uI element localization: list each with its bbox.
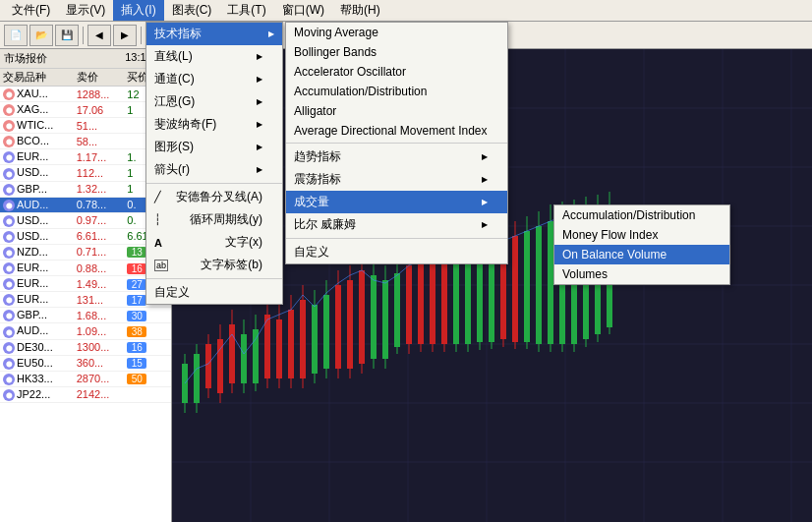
menu-andrew[interactable]: ╱ 安德鲁分叉线(A) xyxy=(146,186,282,208)
ind-volume[interactable]: 成交量 ▶ xyxy=(286,191,507,213)
market-row[interactable]: ⬤JP22...2142... xyxy=(0,386,171,402)
menu-sep2 xyxy=(146,278,282,279)
menu-channel[interactable]: 通道(C) ▶ xyxy=(146,68,282,90)
ind-adx-label: Average Directional Movement Index xyxy=(294,124,488,138)
menu-file[interactable]: 文件(F) xyxy=(4,0,58,21)
menu-line-label: 直线(L) xyxy=(154,48,193,65)
ind-bollinger[interactable]: Bollinger Bands xyxy=(286,42,507,62)
ind-adx[interactable]: Average Directional Movement Index xyxy=(286,121,507,141)
ask-cell: 50 xyxy=(124,371,171,386)
menu-title-bar[interactable]: 技术指标 ▶ xyxy=(146,23,282,45)
symbol-icon: ⬤ xyxy=(3,374,15,385)
ind-custom[interactable]: 自定义 xyxy=(286,241,507,263)
ind-accum-dist[interactable]: Accumulation/Distribution xyxy=(286,82,507,101)
toolbar-back[interactable]: ◀ xyxy=(87,25,111,46)
toolbar-save[interactable]: 💾 xyxy=(55,25,79,46)
menu-cycle[interactable]: ┆ 循环周期线(y) xyxy=(146,208,282,231)
ind-alligator[interactable]: Alligator xyxy=(286,101,507,121)
market-row[interactable]: ⬤AUD...1.09...38 xyxy=(0,323,171,339)
bid-cell: 0.97... xyxy=(74,212,125,228)
market-row[interactable]: ⬤EU50...360...15 xyxy=(0,355,171,371)
col-symbol: 交易品种 xyxy=(0,69,74,87)
ask-cell: 30 xyxy=(124,308,171,323)
symbol-cell: ⬤GBP... xyxy=(0,181,74,197)
bid-cell: 2142... xyxy=(74,386,125,402)
market-row[interactable]: ⬤GBP...1.68...30 xyxy=(0,308,171,323)
menu-text[interactable]: A 文字(x) xyxy=(146,231,282,254)
menu-chart[interactable]: 图表(C) xyxy=(164,0,220,21)
toolbar-fwd[interactable]: ▶ xyxy=(113,25,137,46)
status-badge: 13 xyxy=(127,247,146,258)
symbol-cell: ⬤EUR... xyxy=(0,292,74,308)
bid-cell: 2870... xyxy=(74,371,125,386)
ind-accum-dist-label: Accumulation/Distribution xyxy=(294,85,427,98)
toolbar-open[interactable]: 📂 xyxy=(29,25,53,46)
status-badge: 38 xyxy=(127,326,146,337)
vol-money-flow-label: Money Flow Index xyxy=(562,228,658,242)
symbol-icon: ⬤ xyxy=(3,326,15,338)
ind-moving-avg-label: Moving Average xyxy=(294,26,378,39)
ind-moving-avg[interactable]: Moving Average xyxy=(286,23,507,42)
menu-tools[interactable]: 工具(T) xyxy=(219,0,273,21)
ind-trend[interactable]: 趋势指标 ▶ xyxy=(286,145,507,168)
ind-alligator-label: Alligator xyxy=(294,104,336,118)
menu-insert[interactable]: 插入(I) xyxy=(113,0,163,21)
symbol-cell: ⬤EUR... xyxy=(0,276,74,292)
bid-cell: 1.49... xyxy=(74,276,125,292)
menu-sep1 xyxy=(146,183,282,184)
menu-andrew-label: 安德鲁分叉线(A) xyxy=(176,189,262,205)
menu-line-arrow: ▶ xyxy=(257,52,262,61)
menu-shapes[interactable]: 图形(S) ▶ xyxy=(146,136,282,158)
symbol-cell: ⬤USD... xyxy=(0,228,74,244)
menu-window[interactable]: 窗口(W) xyxy=(274,0,332,21)
bid-cell: 131... xyxy=(74,292,125,308)
symbol-cell: ⬤EUR... xyxy=(0,149,74,165)
ind-accelerator[interactable]: Accelerator Oscillator xyxy=(286,62,507,82)
symbol-cell: ⬤AUD... xyxy=(0,197,74,212)
menu-text-label: 文字(x) xyxy=(225,234,262,251)
market-row[interactable]: ⬤DE30...1300...16 xyxy=(0,339,171,355)
symbol-cell: ⬤EU50... xyxy=(0,355,74,371)
menu-help[interactable]: 帮助(H) xyxy=(332,0,388,21)
menu-channel-label: 通道(C) xyxy=(154,71,195,87)
menu-custom[interactable]: 自定义 xyxy=(146,281,282,304)
vol-accum-dist[interactable]: Accumulation/Distribution xyxy=(554,205,729,225)
vol-volumes[interactable]: Volumes xyxy=(554,264,729,284)
menu-shapes-label: 图形(S) xyxy=(154,139,194,155)
menu-arrows[interactable]: 箭头(r) ▶ xyxy=(146,158,282,181)
vol-on-balance[interactable]: On Balance Volume xyxy=(554,245,729,264)
menu-text-label-item[interactable]: ab 文字标签(b) xyxy=(146,254,282,276)
market-row[interactable]: ⬤HK33...2870...50 xyxy=(0,371,171,386)
menu-cycle-label: 循环周期线(y) xyxy=(190,211,262,228)
symbol-icon: ⬤ xyxy=(3,200,15,211)
col-bid: 卖价 xyxy=(74,69,125,87)
menu-gann[interactable]: 江恩(G) ▶ xyxy=(146,90,282,113)
symbol-cell: ⬤JP22... xyxy=(0,386,74,402)
ind-custom-label: 自定义 xyxy=(294,244,329,261)
menu-fibonacci[interactable]: 斐波纳奇(F) ▶ xyxy=(146,113,282,136)
vol-money-flow[interactable]: Money Flow Index xyxy=(554,225,729,245)
symbol-cell: ⬤USD... xyxy=(0,212,74,228)
ind-bill-williams[interactable]: 比尔 威廉姆 ▶ xyxy=(286,213,507,236)
bid-cell: 1300... xyxy=(74,339,125,355)
menu-view[interactable]: 显示(V) xyxy=(58,0,113,21)
symbol-cell: ⬤HK33... xyxy=(0,371,74,386)
status-badge: 17 xyxy=(127,295,146,306)
symbol-icon: ⬤ xyxy=(3,184,15,196)
symbol-icon: ⬤ xyxy=(3,136,15,147)
bid-cell: 1288... xyxy=(74,87,125,102)
ind-accelerator-label: Accelerator Oscillator xyxy=(294,65,406,79)
symbol-cell: ⬤NZD... xyxy=(0,244,74,260)
symbol-cell: ⬤BCO... xyxy=(0,134,74,149)
menu-line[interactable]: 直线(L) ▶ xyxy=(146,45,282,68)
menu-arrows-label: 箭头(r) xyxy=(154,161,190,178)
menu-channel-arrow: ▶ xyxy=(257,75,262,84)
bid-cell: 0.71... xyxy=(74,244,125,260)
menu-gann-arrow: ▶ xyxy=(257,97,262,106)
symbol-icon: ⬤ xyxy=(3,120,15,132)
symbol-cell: ⬤AUD... xyxy=(0,323,74,339)
toolbar-new[interactable]: 📄 xyxy=(4,25,28,46)
ask-cell: 38 xyxy=(124,323,171,339)
ind-oscillator[interactable]: 震荡指标 ▶ xyxy=(286,168,507,191)
menu-cycle-icon: ┆ xyxy=(154,213,161,226)
